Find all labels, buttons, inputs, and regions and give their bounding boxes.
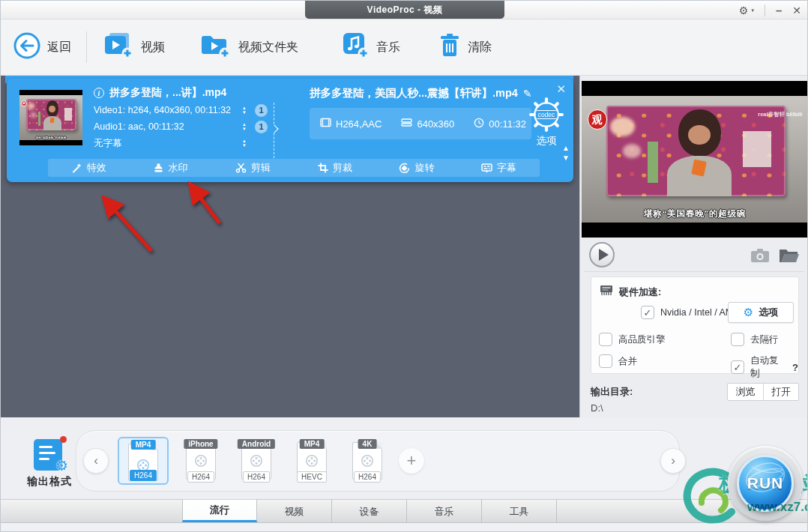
output-dir-row: 输出目录: 浏览 打开 [591,383,799,401]
back-icon [13,31,41,63]
merge-checkbox[interactable] [599,354,612,368]
clear-button[interactable]: 清除 [438,32,492,62]
add-video-icon [103,31,135,63]
subtitle-track-label: 无字幕 [94,137,232,150]
file-entry-card: ✕ 观 堪称“美国春晚”的超级碗 i 拼多多登陆，...讲】.mp4 [7,79,573,182]
hq-engine-label: 高品质引擎 [618,333,666,346]
gpu-options-button[interactable]: ⚙ 选项 [728,302,794,323]
reorder-arrows[interactable]: ▲ ▼ [562,145,570,162]
tab-tools[interactable]: 工具 [482,500,557,523]
resolution-icon [401,118,412,130]
add-format-button[interactable]: + [399,448,424,474]
video-track-count-badge: 1 [255,104,268,117]
open-button[interactable]: 打开 [763,384,798,400]
tab-device[interactable]: 设备 [332,500,407,523]
notification-dot [60,436,67,443]
chevron-right-icon: › [671,453,675,468]
audio-track-spinner[interactable]: ▲▼ [240,122,249,131]
help-icon[interactable]: ? [792,362,798,373]
minimize-button[interactable]: – [776,4,782,16]
auto-copy-checkbox[interactable]: ✓ [731,360,744,374]
tab-rotate[interactable]: 旋转 [376,159,457,177]
video-preview: 观 real谷智轩 bilibili 堪称“美国春晚”的超级碗 [582,81,808,238]
arrow-to-watermark [192,187,220,223]
subtitle-track-row: 无字幕 ▲▼ [94,137,268,149]
clear-label: 清除 [468,40,492,55]
snapshot-button[interactable] [750,248,770,266]
format-gear-icon: ⚙ [55,457,68,474]
add-music-button[interactable]: 音乐 [340,31,400,63]
film-icon [320,118,331,130]
trash-icon [438,32,462,62]
subtitle-track-spinner[interactable]: ▲▼ [240,139,249,148]
info-icon[interactable]: i [94,88,104,98]
tab-music-category[interactable]: 音乐 [407,500,482,523]
tab-watermark[interactable]: 水印 [130,159,211,177]
duration-chip: 00:11:32 [474,118,526,130]
format-card-mp4-h264[interactable]: MP4 H264 [118,437,169,485]
hq-engine-checkbox[interactable] [599,333,612,346]
stamp-icon [154,163,163,173]
format-card-mp4-hevc[interactable]: MP4 HEVC [289,439,335,483]
back-button[interactable]: 返回 [13,31,71,63]
format-card-iphone-h264[interactable]: iPhone H264 [178,439,224,483]
reel-icon [305,454,319,468]
folder-open-icon [779,247,800,263]
channel-watermark: real谷智轩 bilibili [758,111,802,118]
close-button[interactable]: ✕ [792,4,801,16]
gpu-accel-checkbox[interactable]: ✓ [641,306,654,319]
reel-icon [361,454,374,468]
deinterlace-label: 去隔行 [750,333,779,346]
play-icon [599,249,609,261]
source-filename: 拼多多登陆，...讲】.mp4 [109,86,226,100]
move-down-icon: ▼ [562,154,570,162]
thumbnail-scene: 观 堪称“美国春晚”的超级碗 [19,90,82,145]
output-dir-label: 输出目录: [591,386,633,397]
settings-gear-icon[interactable]: ⚙ [739,4,749,16]
add-video-button[interactable]: 视频 [103,31,165,63]
chevron-left-icon: ‹ [94,453,98,468]
add-video-folder-label: 视频文件夹 [238,40,298,55]
titlebar: VideoProc - 视频 ⚙ ▾ – ✕ [1,1,807,19]
settings-caret-icon[interactable]: ▾ [751,7,754,13]
source-info: i 拼多多登陆，...讲】.mp4 Video1: h264, 640x360,… [94,86,268,149]
bottom-section: ⚙ 输出格式 ‹ MP4 H264 iPhone H264 [1,417,808,532]
merge-option: 合并 [599,354,637,368]
thumb-subtitle: 堪称“美国春晚”的超级碗 [19,136,82,139]
tab-trim[interactable]: 剪辑 [212,159,294,177]
crop-icon [318,163,328,173]
tab-popular[interactable]: 流行 [182,499,257,522]
camera-icon [750,248,770,263]
video-track-spinner[interactable]: ▲▼ [240,106,249,115]
browse-button[interactable]: 浏览 [728,384,763,400]
output-format-button[interactable]: ⚙ 输出格式 [23,438,76,489]
codec-options-button[interactable]: codec 选项 [527,97,566,148]
workspace: ✕ 观 堪称“美国春晚”的超级碗 i 拼多多登陆，...讲】.mp4 [1,76,579,417]
tab-crop[interactable]: 剪裁 [294,159,376,177]
deinterlace-checkbox[interactable] [731,333,744,346]
add-music-label: 音乐 [376,40,400,55]
play-button[interactable] [589,242,615,267]
format-card-4k-h264[interactable]: 4K H264 [344,439,391,483]
file-close-icon[interactable]: ✕ [556,82,566,96]
output-dir-path: D:\ [591,402,603,414]
resolution-chip: 640x360 [401,118,454,130]
output-dir-buttons: 浏览 打开 [727,383,799,401]
tab-subtitle[interactable]: 字幕 [458,159,540,177]
output-format-label: 输出格式 [23,475,76,489]
format-card-android-h264[interactable]: Android H264 [233,439,280,483]
window-title: VideoProc - 视频 [305,1,504,19]
output-info: 拼多多登陆，美国人秒...震撼【轩讲】.mp4 ✎ H264,AAC 640x3… [310,86,534,139]
tab-effects[interactable]: 特效 [48,159,130,177]
scissors-icon [235,163,247,173]
open-output-folder-button[interactable] [779,247,800,266]
music-icon [340,31,370,63]
tab-video-category[interactable]: 视频 [257,500,332,523]
toolbar-divider [86,31,87,63]
video-thumbnail[interactable]: 观 堪称“美国春晚”的超级碗 [19,90,82,145]
gpu-accel-option: ✓ Nvidia / Intel / AMD [641,306,740,319]
toolbar: 返回 视频 视频文件夹 音乐 清除 [1,19,807,76]
add-video-folder-button[interactable]: 视频文件夹 [199,31,298,63]
scroll-left-button[interactable]: ‹ [83,448,109,474]
codec-gear-text: codec [535,110,558,119]
